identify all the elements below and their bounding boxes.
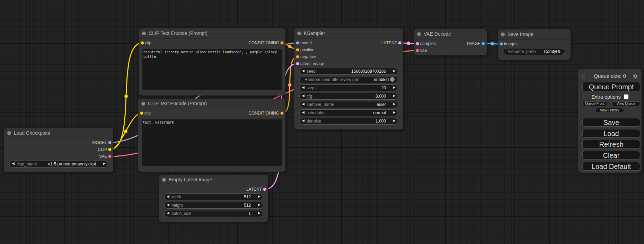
input-port-latent_image[interactable] <box>296 62 299 65</box>
slot-row: vae <box>414 47 487 54</box>
widget-value: 20 <box>381 85 386 91</box>
widget-batch_size[interactable]: batch_size 1 <box>164 210 263 217</box>
menu-panel: Queue size: 0 Queue Prompt Extra options… <box>578 69 642 173</box>
node-load-checkpoint[interactable]: Load Checkpoint MODEL CLIP VAE ckpt_name… <box>4 128 113 172</box>
graph-canvas[interactable]: Load Checkpoint MODEL CLIP VAE ckpt_name… <box>0 0 644 244</box>
input-slot-label: positive <box>300 46 315 53</box>
extra-options-row: Extra options <box>578 94 642 100</box>
slot-row: latent_image <box>294 60 403 67</box>
node-title-bar[interactable]: CLIP Text Encode (Prompt) <box>138 99 285 109</box>
widget-width[interactable]: width 512 <box>164 193 263 200</box>
increment-arrow-icon[interactable] <box>258 195 261 198</box>
decrement-arrow-icon[interactable] <box>302 119 305 122</box>
node-title: Load Checkpoint <box>14 128 50 138</box>
slot-row: samples IMAGE <box>414 40 487 47</box>
decrement-arrow-icon[interactable] <box>302 86 305 89</box>
widget-filename_prefix[interactable]: filename_prefix ComfyUI <box>503 48 565 55</box>
widget-sampler_name[interactable]: sampler_name euler <box>299 101 398 108</box>
prompt-textarea[interactable]: beautiful scenery nature glass bottle la… <box>142 49 282 90</box>
node-status-dot-icon <box>142 31 146 35</box>
increment-arrow-icon[interactable] <box>258 212 261 215</box>
node-clip-text-encode-positive[interactable]: CLIP Text Encode (Prompt) clip CONDITION… <box>139 28 285 96</box>
node-empty-latent-image[interactable]: Empty Latent Image LATENT width 512 heig… <box>159 175 268 222</box>
toggle-on-icon[interactable] <box>390 77 395 82</box>
widget-seed[interactable]: seed 156680208700286 <box>299 68 398 75</box>
queue-prompt-button[interactable]: Queue Prompt <box>582 82 640 91</box>
widget-value: 156680208700286 <box>351 68 386 74</box>
widget-value: 1.000 <box>376 118 386 124</box>
decrement-arrow-icon[interactable] <box>167 204 169 206</box>
output-port-image[interactable] <box>482 42 485 45</box>
output-port-clip[interactable] <box>108 148 112 151</box>
increment-arrow-icon[interactable] <box>393 86 396 89</box>
slot-row: VAE <box>4 153 113 160</box>
widget-denoise[interactable]: denoise 1.000 <box>299 118 398 125</box>
increment-arrow-icon[interactable] <box>393 94 396 97</box>
widget-height[interactable]: height 512 <box>164 202 263 209</box>
node-title-bar[interactable]: Save Image <box>498 29 571 40</box>
node-title-bar[interactable]: KSampler <box>294 28 403 39</box>
clear-button[interactable]: Clear <box>582 151 640 160</box>
input-port-clip[interactable] <box>140 111 143 115</box>
load-button[interactable]: Load <box>582 129 640 138</box>
widget-value: 512 <box>244 202 251 208</box>
decrement-arrow-icon[interactable] <box>12 162 15 165</box>
view-history-button[interactable]: View History <box>595 108 624 113</box>
output-port-vae[interactable] <box>108 155 112 158</box>
input-port-model[interactable] <box>296 41 299 45</box>
node-clip-text-encode-negative[interactable]: CLIP Text Encode (Prompt) clip CONDITION… <box>138 99 285 172</box>
node-vae-decode[interactable]: VAE Decode samples IMAGE vae <box>414 29 487 55</box>
output-slot-label: IMAGE <box>467 40 480 47</box>
decrement-arrow-icon[interactable] <box>302 70 305 72</box>
input-port-samples[interactable] <box>416 42 419 45</box>
increment-arrow-icon[interactable] <box>393 70 396 72</box>
view-queue-button[interactable]: View Queue <box>612 101 640 106</box>
prompt-textarea[interactable]: text, watermark <box>142 119 282 166</box>
output-port-latent[interactable] <box>398 41 402 45</box>
refresh-button[interactable]: Refresh <box>582 140 640 148</box>
node-ksampler[interactable]: KSampler model LATENT positive negative … <box>294 28 403 129</box>
wire-latent-ksampler-to-vae-decode-midpoint-dot <box>407 42 411 45</box>
output-port-conditioning[interactable] <box>280 111 284 115</box>
increment-arrow-icon[interactable] <box>393 119 396 122</box>
decrement-arrow-icon[interactable] <box>302 111 305 114</box>
node-title-bar[interactable]: Load Checkpoint <box>4 128 113 138</box>
input-port-clip[interactable] <box>141 41 144 45</box>
output-port-conditioning[interactable] <box>280 41 284 45</box>
output-slot-label: MODEL <box>92 139 107 146</box>
input-port-images[interactable] <box>500 42 503 46</box>
menu-header: Queue size: 0 <box>578 72 642 80</box>
input-port-vae[interactable] <box>416 49 419 52</box>
widget-random-seed-toggle[interactable]: Random seed after every gen enabled <box>299 76 398 83</box>
increment-arrow-icon[interactable] <box>103 162 106 165</box>
queue-front-button[interactable]: Queue Front <box>582 101 607 106</box>
increment-arrow-icon[interactable] <box>393 111 396 114</box>
increment-arrow-icon[interactable] <box>258 204 261 206</box>
decrement-arrow-icon[interactable] <box>167 195 169 198</box>
load-default-button[interactable]: Load Default <box>582 162 640 171</box>
increment-arrow-icon[interactable] <box>393 103 396 106</box>
widget-scheduler[interactable]: scheduler normal <box>299 109 398 116</box>
decrement-arrow-icon[interactable] <box>302 103 305 106</box>
input-port-negative[interactable] <box>296 55 299 58</box>
node-save-image[interactable]: Save Image images filename_prefix ComfyU… <box>498 29 571 60</box>
widget-steps[interactable]: steps 20 <box>299 84 398 91</box>
node-title-bar[interactable]: VAE Decode <box>414 29 487 39</box>
node-title-bar[interactable]: CLIP Text Encode (Prompt) <box>139 28 285 39</box>
widget-cfg[interactable]: cfg 8.000 <box>299 93 398 100</box>
wire-clip-load-checkpoint-to-clip-text-encode-positive <box>110 43 142 150</box>
node-title-bar[interactable]: Empty Latent Image <box>159 175 268 185</box>
slot-row: negative <box>294 53 403 60</box>
input-port-positive[interactable] <box>296 48 299 52</box>
save-button[interactable]: Save <box>582 118 640 127</box>
decrement-arrow-icon[interactable] <box>302 94 305 97</box>
extra-options-checkbox[interactable] <box>624 94 628 99</box>
decrement-arrow-icon[interactable] <box>167 212 169 215</box>
slot-row: CLIP <box>4 146 113 153</box>
output-port-latent[interactable] <box>263 188 266 191</box>
wire-conditioning-clip-text-encode-negative-to-ksampler-midpoint-dot <box>288 83 292 87</box>
widget-ckpt_name[interactable]: ckpt_name v1-5-pruned-emaonly.ckpt <box>9 161 108 168</box>
output-port-model[interactable] <box>108 141 112 144</box>
wire-image-vae-decode-to-save-image-midpoint-dot <box>491 42 494 46</box>
settings-button[interactable] <box>633 73 638 79</box>
